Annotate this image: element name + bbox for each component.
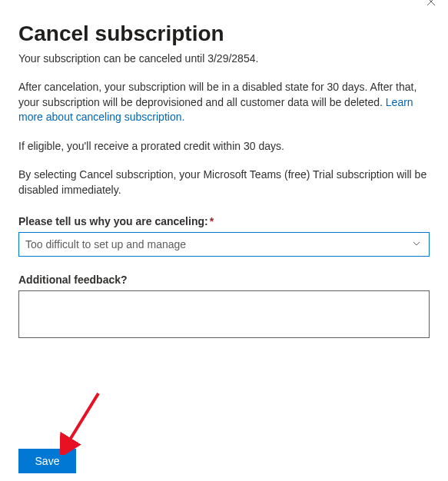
feedback-label: Additional feedback? [18,274,430,286]
svg-line-1 [68,393,98,443]
save-button[interactable]: Save [18,449,76,473]
required-indicator: * [210,215,214,227]
prorated-credit-paragraph: If eligible, you'll receive a prorated c… [18,139,430,154]
cancelation-info-text: After cancelation, your subscription wil… [18,81,416,108]
close-icon [426,0,436,8]
reason-dropdown-value: Too difficult to set up and manage [25,238,186,250]
reason-dropdown[interactable]: Too difficult to set up and manage [18,232,430,257]
reason-label-text: Please tell us why you are canceling: [18,215,208,227]
dialog-subtitle: Your subscription can be canceled until … [18,52,430,65]
arrow-annotation [60,390,106,455]
feedback-textarea[interactable] [18,290,430,338]
cancelation-info-paragraph: After cancelation, your subscription wil… [18,80,430,125]
immediate-disable-paragraph: By selecting Cancel subscription, your M… [18,168,430,197]
reason-label: Please tell us why you are canceling:* [18,215,430,227]
dialog-title: Cancel subscription [18,22,430,46]
chevron-down-icon [412,238,421,250]
close-button[interactable] [426,0,436,8]
